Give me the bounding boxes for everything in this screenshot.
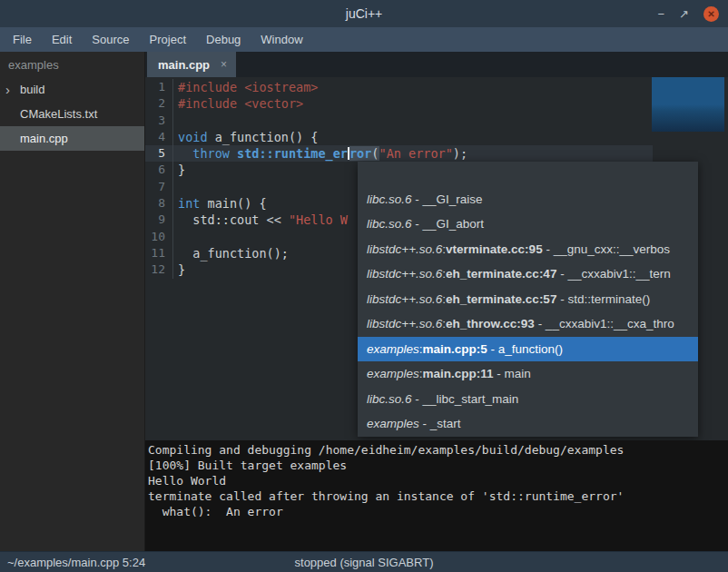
frame-module: libstdc++.so.6 [367,267,442,281]
file-tree: ›buildCMakeLists.txtmain.cpp [0,77,144,151]
stack-frame-libc-start-main[interactable]: libc.so.6 - __libc_start_main [358,387,698,412]
status-bar: stopped (signal SIGABRT) ~/examples/main… [0,551,728,572]
line-number: 4 [145,129,173,145]
token-inc: <vector> [244,96,303,111]
stack-frame-main[interactable]: examples:main.cpp:11 - main [358,361,698,387]
stack-frame-start[interactable]: examples - _start [358,411,698,437]
token-kw: int [178,196,200,211]
frame-file-line: eh_terminate.cc:57 [446,292,556,306]
code-text: } [173,162,185,178]
tree-item-build[interactable]: ›build [0,77,144,102]
tab-bar: main.cpp × [145,52,728,77]
token-plain: std::cout << [178,212,289,227]
code-text [173,179,178,195]
chevron-right-icon[interactable]: › [5,83,20,96]
app-window: juCi++ − ↗ ✕ FileEditSourceProjectDebugW… [0,0,728,572]
frame-file-line: eh_throw.cc:93 [446,317,535,330]
file-explorer: examples ›buildCMakeLists.txtmain.cpp [0,52,145,551]
tab-close-icon[interactable]: × [221,58,227,71]
tab-main-cpp[interactable]: main.cpp × [147,52,236,77]
line-number: 9 [145,212,173,228]
console-output[interactable]: Compiling and debugging /home/eidheim/ex… [145,440,728,551]
stack-frame-std-terminate[interactable]: libstdc++.so.6:eh_terminate.cc:57 - std:… [358,287,698,312]
token-kw: throw [192,146,230,161]
line-number: 5 [145,145,173,162]
frame-module: libstdc++.so.6 [367,242,442,256]
token-plain: } [178,163,185,177]
menu-window[interactable]: Window [251,27,312,52]
token-plain: a_function() { [208,130,319,144]
token-plain: ( [371,146,379,161]
code-line-4[interactable]: 4void a_function() { [145,129,728,145]
stack-frame-blank[interactable] [358,162,698,187]
file-path-status: ~/examples/main.cpp 5:24 [0,556,145,569]
code-line-1[interactable]: 1#include <iostream> [145,79,728,95]
stack-frame-a-function[interactable]: examples:main.cpp:5 - a_function() [358,337,698,362]
code-text: int main() { [173,195,267,212]
code-line-2[interactable]: 2#include <vector> [145,95,728,112]
token-plain: } [178,262,185,277]
code-editor[interactable]: 1#include <iostream>2#include <vector>34… [145,77,728,440]
stack-frame-gnu-cxx-verbos[interactable]: libstdc++.so.6:vterminate.cc:95 - __gnu_… [358,237,698,262]
frame-module: libc.so.6 [367,392,412,406]
console-line: terminate called after throwing an insta… [148,488,725,504]
menu-debug[interactable]: Debug [196,27,251,52]
code-text: } [173,261,185,278]
menu-edit[interactable]: Edit [42,27,82,52]
code-text: throw std::runtime_error("An error"); [173,145,467,162]
window-title: juCi++ [346,6,382,21]
close-icon[interactable]: ✕ [703,6,719,22]
project-name: examples [0,52,144,77]
line-number: 10 [145,229,173,245]
stack-frame-cxxabiv1-tern[interactable]: libstdc++.so.6:eh_terminate.cc:47 - __cx… [358,261,698,287]
code-text: a_function(); [173,245,289,261]
stack-frame-gi-raise[interactable]: libc.so.6 - __GI_raise [358,187,698,212]
tree-item-label: main.cpp [20,132,68,145]
frame-module: libc.so.6 [367,217,412,231]
menu-bar: FileEditSourceProjectDebugWindow [0,27,728,52]
code-text [173,113,178,129]
token-str: "Hello W [289,212,348,227]
console-line: Hello World [148,473,725,488]
token-str: "An error" [379,146,453,161]
token-pp: #include [178,80,244,94]
token-plain [178,146,192,161]
line-number: 3 [145,113,173,129]
token-type: ror [349,146,371,161]
tree-item-cmakelists-txt[interactable]: CMakeLists.txt [0,102,144,126]
tab-label: main.cpp [158,58,210,72]
menu-source[interactable]: Source [82,27,139,52]
code-text: void a_function() { [173,129,318,145]
tree-item-main-cpp[interactable]: main.cpp [0,126,144,151]
token-plain: ); [453,146,467,161]
console-line: [100%] Built target examples [148,458,725,473]
line-number: 7 [145,179,173,195]
title-bar: juCi++ − ↗ ✕ [0,0,728,27]
frame-module: libstdc++.so.6 [367,317,442,330]
frame-file-line: eh_terminate.cc:47 [446,267,556,281]
token-inc: <iostream> [244,80,318,94]
window-controls: − ↗ ✕ [658,0,720,27]
token-kw: void [178,130,208,144]
stack-frame-gi-abort[interactable]: libc.so.6 - __GI_abort [358,212,698,237]
stack-frame-cxxabiv1-cxa-thro[interactable]: libstdc++.so.6:eh_throw.cc:93 - __cxxabi… [358,311,698,337]
menu-project[interactable]: Project [140,27,196,52]
code-text [173,229,178,245]
editor-overlay-panel [652,77,724,132]
minimize-icon[interactable]: − [658,8,665,20]
menu-file[interactable]: File [3,27,42,52]
code-line-5[interactable]: 5 throw std::runtime_error("An error"); [145,145,728,162]
line-number: 1 [145,79,173,95]
frame-module: examples [367,367,419,380]
maximize-icon[interactable]: ↗ [679,8,689,20]
token-plain [230,146,237,161]
code-text: std::cout << "Hello W [173,212,348,228]
line-number: 2 [145,95,173,112]
line-number: 12 [145,261,173,278]
token-pp: #include [178,96,244,111]
line-number: 8 [145,195,173,212]
code-line-3[interactable]: 3 [145,113,728,129]
stack-trace-popup: libc.so.6 - __GI_raiselibc.so.6 - __GI_a… [358,162,698,437]
frame-file-line: vterminate.cc:95 [446,242,543,256]
console-line: Compiling and debugging /home/eidheim/ex… [148,442,725,458]
